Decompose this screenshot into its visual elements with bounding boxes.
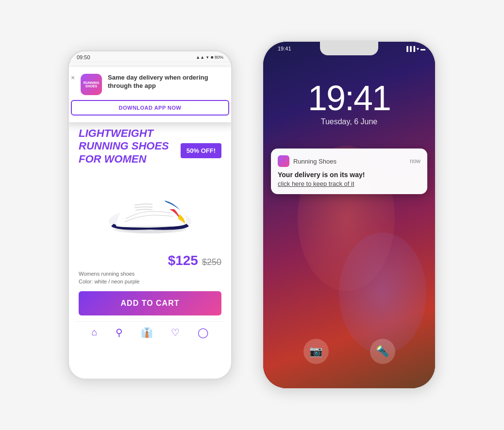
iphone-notification-card[interactable]: Running Shoes now Your delivery is on it… xyxy=(271,149,427,194)
shoe-image-area xyxy=(75,170,225,248)
bag-nav-icon[interactable]: 👔 xyxy=(141,327,153,338)
search-nav-icon[interactable]: ⚲ xyxy=(116,327,123,338)
iphone-app-name: Running Shoes xyxy=(293,158,406,165)
bg-blob-2 xyxy=(339,232,426,354)
iphone-notch xyxy=(320,42,378,55)
heart-nav-icon[interactable]: ♡ xyxy=(171,327,180,338)
battery-icon: ■ 80% xyxy=(211,55,223,60)
notification-title: Same day delivery when ordering through … xyxy=(108,74,229,90)
scene: 09:50 ▲▲ ▾ ■ 80% × RUNNING SHOES Same da… xyxy=(67,40,437,390)
phone-android: 09:50 ▲▲ ▾ ■ 80% × RUNNING SHOES Same da… xyxy=(67,50,233,380)
user-nav-icon[interactable]: ◯ xyxy=(198,327,208,338)
lockscreen-date: Tuesday, 6 June xyxy=(263,117,435,126)
price-old: $250 xyxy=(202,257,221,267)
app-icon: RUNNING SHOES xyxy=(81,74,102,95)
desc-line2: Color: white / neon purple xyxy=(79,278,221,285)
notification-header: Running Shoes now xyxy=(278,155,420,167)
iphone-status-time: 19:41 xyxy=(278,46,291,51)
price-new: $125 xyxy=(168,253,198,268)
iphone-app-icon xyxy=(278,155,289,167)
signal-icon: ▲▲ xyxy=(196,55,204,60)
iphone-status-icons: ▐▐▐ ▾ ▬ xyxy=(405,46,425,51)
status-bar-android: 09:50 ▲▲ ▾ ■ 80% xyxy=(69,51,231,63)
close-icon[interactable]: × xyxy=(71,74,75,82)
wifi-icon: ▾ xyxy=(206,55,209,60)
iphone-notification-link[interactable]: click here to keep track of it xyxy=(278,180,420,187)
product-description: Womens running shoes Color: white / neon… xyxy=(75,270,225,285)
add-to-cart-button[interactable]: ADD TO CART xyxy=(79,291,221,315)
notification-text: Same day delivery when ordering through … xyxy=(108,74,229,90)
camera-button[interactable]: 📷 xyxy=(303,339,329,364)
product-title: LIGHTWEIGHT RUNNING SHOES FOR WOMEN xyxy=(79,127,171,165)
big-clock: 19:41 xyxy=(263,81,435,116)
price-section: $125 $250 xyxy=(75,253,225,268)
desc-line1: Womens running shoes xyxy=(79,270,221,278)
wifi-icon: ▾ xyxy=(417,46,419,51)
signal-bars-icon: ▐▐▐ xyxy=(405,46,415,51)
discount-badge: 50% OFF! xyxy=(181,143,221,158)
torch-icon: 🔦 xyxy=(376,345,389,358)
lockscreen-background: 19:41 ▐▐▐ ▾ ▬ 19:41 Tuesday, 6 June xyxy=(263,42,435,388)
phone-iphone: 19:41 ▐▐▐ ▾ ▬ 19:41 Tuesday, 6 June xyxy=(262,40,437,390)
notification-time: now xyxy=(410,158,420,165)
svg-point-1 xyxy=(114,226,186,233)
torch-button[interactable]: 🔦 xyxy=(370,339,395,364)
lockscreen-time: 19:41 Tuesday, 6 June xyxy=(263,81,435,126)
lockscreen-bottom-controls: 📷 🔦 xyxy=(263,339,435,364)
home-nav-icon[interactable]: ⌂ xyxy=(92,327,98,338)
download-app-button[interactable]: DOWNLOAD APP NOW xyxy=(71,100,229,116)
battery-full-icon: ▬ xyxy=(420,46,425,51)
status-time: 09:50 xyxy=(77,54,90,60)
bottom-nav: ⌂ ⚲ 👔 ♡ ◯ xyxy=(75,321,225,343)
shoe-illustration xyxy=(101,175,199,243)
camera-icon: 📷 xyxy=(309,345,322,358)
android-notification-popup[interactable]: × RUNNING SHOES Same day delivery when o… xyxy=(69,67,231,122)
iphone-notification-title: Your delivery is on its way! xyxy=(278,171,420,179)
